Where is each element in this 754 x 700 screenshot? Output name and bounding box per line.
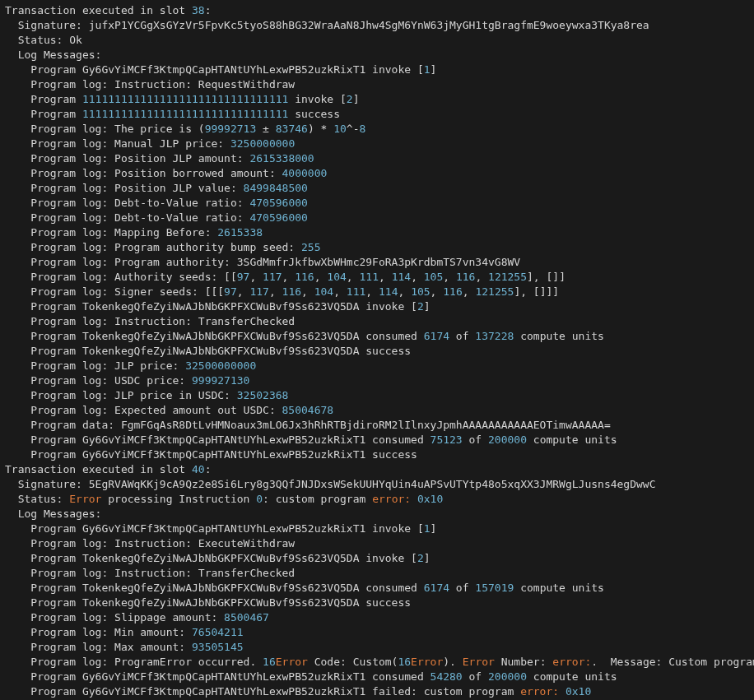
transaction-log-output: Transaction executed in slot 38: Signatu…: [0, 0, 754, 700]
